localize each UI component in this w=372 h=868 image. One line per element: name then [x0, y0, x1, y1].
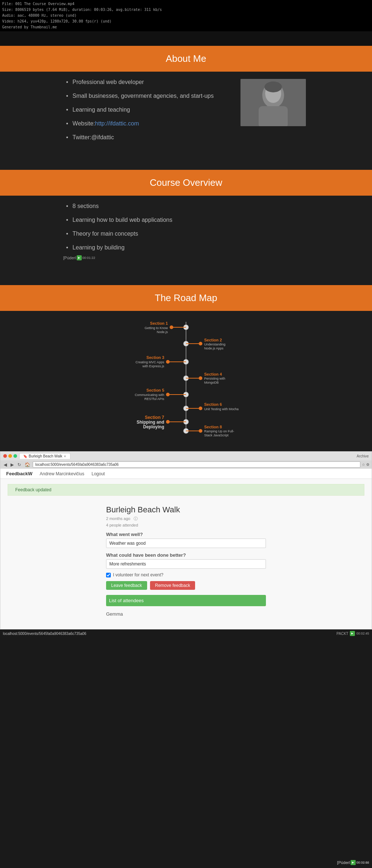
- svg-text:Section 2: Section 2: [204, 338, 222, 342]
- bullet-web-apps: Learning how to build web applications: [66, 217, 306, 223]
- event-info-icon: ⓘ: [134, 516, 138, 521]
- about-me-body: Professional web developer Small busines…: [59, 72, 313, 170]
- file-info: File: 001 The Course Overview.mp4 Size: …: [0, 0, 372, 31]
- bullet-professional: Professional web developer: [66, 79, 233, 85]
- course-overview-body: 8 sections Learning how to build web app…: [59, 196, 313, 285]
- svg-text:Getting to Know: Getting to Know: [145, 326, 168, 330]
- browser-favicon: 🔖: [23, 455, 27, 458]
- remove-feedback-button[interactable]: Remove feedback: [150, 581, 195, 590]
- profile-photo: [240, 79, 306, 126]
- packt-logo: PACKT ▶ 00:02:45: [336, 631, 369, 636]
- bottom-status-bar: localhost:5000/events/5645fa0a9046383a6c…: [0, 629, 372, 637]
- svg-point-20: [166, 360, 170, 364]
- course-overview-title: Course Overview: [150, 177, 222, 188]
- svg-text:Section 6: Section 6: [204, 402, 222, 407]
- svg-point-43: [166, 420, 170, 424]
- svg-text:Shipping and: Shipping and: [137, 420, 164, 425]
- browser-tab-area: [73, 452, 351, 460]
- twitter-handle: @ifdattic: [91, 134, 114, 141]
- svg-text:Unit Testing with Mocha: Unit Testing with Mocha: [204, 407, 239, 411]
- traffic-lights: [3, 454, 17, 458]
- svg-text:Section 7: Section 7: [145, 415, 165, 420]
- bullet-theory: Theory for main concepts: [66, 231, 306, 237]
- refresh-button[interactable]: ↻: [16, 462, 22, 468]
- roadmap-header-bar: The Road Map: [0, 285, 372, 311]
- browser-titlebar: 🔖 Burleigh Beach Walk ✕ Archive: [0, 452, 372, 460]
- browser-nav: FeedbackW Andrew Marcinkevičius Logout: [0, 469, 372, 479]
- leave-feedback-button[interactable]: Leave feedback: [106, 581, 147, 590]
- svg-text:Communicating with: Communicating with: [135, 393, 164, 397]
- bullet-twitter: Twitter: @ifdattic: [66, 134, 233, 141]
- svg-text:MongoDB: MongoDB: [204, 381, 219, 384]
- file-info-line5: Generated by Thumbnail.me: [2, 24, 370, 30]
- browser-tab-title: Burleigh Beach Walk: [29, 454, 62, 458]
- play-icon-bottom: ▶: [350, 631, 355, 636]
- svg-text:Node.js: Node.js: [157, 330, 168, 334]
- app-logo[interactable]: FeedbackW: [6, 471, 32, 476]
- svg-text:Node.js Apps: Node.js Apps: [204, 347, 224, 350]
- volunteer-label: I volunteer for next event?: [113, 572, 163, 577]
- svg-point-38: [199, 407, 202, 410]
- browser-icons: ☆ ⚙: [362, 463, 369, 467]
- svg-rect-2: [259, 106, 288, 126]
- about-me-header-bar: About Me: [0, 46, 372, 72]
- bullet-sections: 8 sections: [66, 203, 306, 209]
- svg-point-14: [199, 342, 202, 345]
- form-label-went-well: What went well?: [106, 532, 266, 537]
- timestamp-2: 00:01:22: [82, 256, 95, 260]
- svg-text:Section 1: Section 1: [150, 321, 168, 325]
- svg-text:Section 5: Section 5: [146, 388, 164, 392]
- bookmark-icon[interactable]: ☆: [362, 463, 365, 467]
- minimize-window-btn[interactable]: [8, 454, 12, 458]
- roadmap-svg: Section 1 Getting to Know Node.js Sectio…: [92, 315, 280, 438]
- volunteer-checkbox[interactable]: [106, 573, 111, 577]
- svg-text:Creating MVC Apps: Creating MVC Apps: [136, 360, 165, 364]
- about-me-content: Professional web developer Small busines…: [66, 79, 306, 148]
- feedback-btn-row: Leave feedback Remove feedback: [106, 581, 266, 590]
- event-meta: 2 months ago ⓘ: [106, 516, 266, 521]
- settings-icon[interactable]: ⚙: [366, 463, 369, 467]
- close-window-btn[interactable]: [3, 454, 7, 458]
- file-info-line2: Size: 8006519 bytes (7.64 MiB), duration…: [2, 7, 370, 13]
- attendee-gemma: Gemma: [106, 610, 266, 618]
- nav-link-logout[interactable]: Logout: [92, 471, 105, 476]
- svg-point-4: [264, 81, 282, 92]
- url-bar[interactable]: localhost:5000/events/5645fa0a9046383a6c…: [33, 461, 360, 468]
- forward-button[interactable]: ▶: [9, 462, 15, 468]
- list-of-attendees-button[interactable]: List of attendees: [106, 595, 266, 606]
- back-button[interactable]: ◀: [3, 462, 8, 468]
- timestamp-bottom: 00:02:45: [356, 632, 369, 635]
- volunteer-checkbox-row: I volunteer for next event?: [106, 572, 266, 577]
- course-overview-header-bar: Course Overview: [0, 170, 372, 196]
- archive-link[interactable]: Archive: [357, 454, 369, 458]
- file-info-line3: Audio: aac, 48000 Hz, stereo (und): [2, 13, 370, 19]
- went-well-input[interactable]: [106, 539, 266, 548]
- bullet-learning: Learning and teaching: [66, 107, 233, 113]
- nav-link-user[interactable]: Andrew Marcinkevičius: [40, 471, 84, 476]
- svg-text:Understanding: Understanding: [204, 343, 226, 346]
- website-link[interactable]: http://ifdattic.com: [95, 120, 139, 127]
- slide-about-me: About Me Professional web developer Smal…: [0, 46, 372, 170]
- event-time-ago: 2 months ago: [106, 516, 130, 521]
- form-label-done-better: What could have been done better?: [106, 552, 266, 558]
- file-info-line1: File: 001 The Course Overview.mp4: [2, 1, 370, 7]
- svg-text:RESTful APIs: RESTful APIs: [144, 397, 164, 401]
- roadmap-title: The Road Map: [155, 292, 217, 303]
- file-info-line4: Video: h264, yuv420p, 1280x720, 30.00 fp…: [2, 19, 370, 24]
- bullet-website: Website: http://ifdattic.com: [66, 120, 233, 127]
- status-bar-url: localhost:5000/events/5645fa0a9046383a6c…: [3, 632, 336, 636]
- course-overview-list: 8 sections Learning how to build web app…: [66, 203, 306, 251]
- slide-roadmap: The Road Map Section 1 Getting to Know N…: [0, 285, 372, 451]
- feedback-updated-bar: Feedback updated: [8, 484, 364, 496]
- home-button[interactable]: 🏠: [24, 462, 31, 468]
- bullet-building: Learning by building: [66, 244, 306, 251]
- browser-body: Feedback updated Burleigh Beach Walk 2 m…: [0, 479, 372, 629]
- browser-tab[interactable]: 🔖 Burleigh Beach Walk ✕: [19, 453, 70, 459]
- svg-text:Section 4: Section 4: [204, 372, 222, 376]
- browser-tab-close-icon[interactable]: ✕: [64, 455, 66, 458]
- svg-point-26: [199, 376, 202, 380]
- event-title: Burleigh Beach Walk: [106, 505, 266, 515]
- bullet-businesses: Small businesses, government agencies, a…: [66, 93, 233, 99]
- maximize-window-btn[interactable]: [13, 454, 17, 458]
- done-better-input[interactable]: [106, 559, 266, 569]
